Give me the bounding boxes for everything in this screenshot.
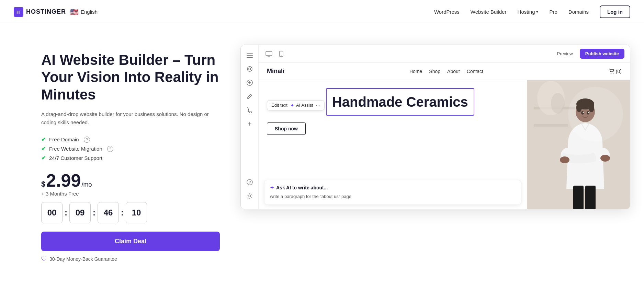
timer-seconds: 46: [98, 202, 119, 223]
svg-rect-17: [266, 51, 272, 56]
builder-topbar: Preview Publish website: [259, 45, 630, 63]
price-dollar: $: [41, 180, 45, 189]
svg-point-23: [613, 73, 613, 74]
right-content: ?: [240, 45, 630, 209]
svg-rect-4: [247, 57, 253, 58]
info-icon[interactable]: ?: [84, 137, 90, 143]
sidebar-plus-icon[interactable]: [244, 118, 256, 130]
sidebar-bottom: ?: [244, 176, 256, 205]
ai-panel-prompt[interactable]: write a paragraph for the "about us" pag…: [270, 193, 516, 200]
flag-icon: 🇺🇸: [70, 8, 79, 16]
price-bonus: + 3 Months Free: [41, 191, 220, 197]
feature-label: 24/7 Customer Support: [49, 155, 102, 161]
logo[interactable]: H HOSTINGER: [14, 7, 66, 17]
countdown-timer: 00 : 09 : 46 : 10: [41, 202, 220, 223]
hero-title: AI Website Builder – Turn Your Vision In…: [41, 51, 220, 103]
sidebar-cart-icon[interactable]: [244, 104, 256, 116]
header-left: H HOSTINGER 🇺🇸 English: [14, 7, 98, 17]
website-brand: Minali: [267, 68, 284, 75]
shop-now-button[interactable]: Shop now: [267, 122, 306, 135]
svg-point-33: [560, 156, 569, 163]
svg-point-34: [600, 155, 610, 162]
timer-separator: :: [65, 208, 67, 218]
price-amount: 2.99: [46, 172, 81, 189]
preview-button[interactable]: Preview: [557, 51, 573, 56]
language-selector[interactable]: 🇺🇸 English: [70, 8, 98, 16]
nav-item-pro[interactable]: Pro: [549, 9, 557, 15]
timer-minutes: 09: [69, 202, 91, 223]
builder-topbar-left: [264, 49, 286, 59]
svg-rect-2: [247, 53, 253, 54]
feature-label: Free Website Migration: [49, 146, 102, 152]
guarantee-badge: 🛡 30-Day Money-Back Guarantee: [41, 256, 220, 262]
svg-point-28: [551, 93, 565, 114]
ai-panel: ✦ Ask AI to write about... write a parag…: [264, 180, 521, 205]
desktop-icon[interactable]: [264, 49, 274, 59]
sidebar-edit-icon[interactable]: [244, 90, 256, 103]
publish-button[interactable]: Publish website: [580, 49, 624, 59]
website-image: [527, 80, 630, 209]
editing-area: Edit text ✦ AI Assist ··· Handmade Ceram…: [259, 80, 527, 209]
edit-toolbar: Edit text ✦ AI Assist ···: [267, 100, 325, 110]
main-nav: WordPress Website Builder Hosting ▾ Pro …: [434, 5, 630, 18]
edit-text-button[interactable]: Edit text: [271, 103, 287, 108]
ai-assist-button[interactable]: ✦ AI Assist: [290, 103, 313, 108]
logo-icon: H: [14, 7, 23, 17]
chevron-down-icon: ▾: [536, 10, 538, 14]
price-unit: /mo: [81, 181, 92, 188]
website-nav-home[interactable]: Home: [409, 69, 422, 74]
nav-item-domains[interactable]: Domains: [568, 9, 589, 15]
website-nav-shop[interactable]: Shop: [429, 69, 440, 74]
builder-main: Preview Publish website Minali Home Shop…: [259, 45, 630, 209]
shield-icon: 🛡: [41, 256, 47, 262]
sidebar-settings-icon[interactable]: [244, 190, 256, 202]
sparkle-icon: ✦: [290, 103, 294, 108]
builder-sidebar: ?: [241, 45, 259, 209]
check-icon: ✔: [41, 155, 46, 161]
ai-panel-title: ✦ Ask AI to write about...: [270, 185, 516, 190]
sparkle-icon: ✦: [270, 185, 274, 190]
language-label: English: [81, 9, 98, 15]
price-row: $ 2.99 /mo: [41, 172, 220, 189]
nav-item-wordpress[interactable]: WordPress: [434, 9, 460, 15]
svg-point-11: [251, 112, 252, 113]
website-nav-about[interactable]: About: [447, 69, 460, 74]
more-button[interactable]: ···: [316, 103, 320, 108]
nav-item-hosting[interactable]: Hosting ▾: [518, 9, 539, 15]
feature-free-domain: ✔ Free Domain ?: [41, 136, 220, 143]
svg-rect-26: [534, 124, 568, 127]
claim-deal-button[interactable]: Claim Deal: [41, 232, 220, 251]
nav-item-website-builder[interactable]: Website Builder: [471, 9, 507, 15]
sidebar-help-icon[interactable]: ?: [244, 176, 256, 188]
hero-subtitle: A drag-and-drop website builder for your…: [41, 110, 220, 127]
svg-text:?: ?: [249, 180, 251, 185]
login-button[interactable]: Log in: [600, 5, 630, 18]
info-icon[interactable]: ?: [107, 146, 113, 152]
sidebar-add-icon[interactable]: [244, 77, 256, 89]
svg-point-22: [611, 73, 611, 74]
website-nav: Home Shop About Contact: [409, 69, 483, 74]
mobile-icon[interactable]: [276, 49, 286, 59]
bg-decoration: [568, 87, 623, 142]
sidebar-menu-icon[interactable]: [244, 49, 256, 61]
website-content: Edit text ✦ AI Assist ··· Handmade Ceram…: [259, 80, 630, 209]
hosting-label: Hosting: [518, 9, 535, 15]
guarantee-label: 30-Day Money-Back Guarantee: [49, 256, 117, 262]
website-navbar: Minali Home Shop About Contact (0): [259, 63, 630, 80]
ai-assist-label: AI Assist: [296, 103, 313, 108]
cart-count: (0): [616, 69, 622, 74]
check-icon: ✔: [41, 145, 46, 152]
hero-text: Handmade Ceramics: [332, 94, 468, 110]
features-list: ✔ Free Domain ? ✔ Free Website Migration…: [41, 136, 220, 161]
feature-support: ✔ 24/7 Customer Support: [41, 155, 220, 161]
hero-text-box[interactable]: Handmade Ceramics: [326, 88, 474, 116]
feature-label: Free Domain: [49, 137, 79, 142]
header: H HOSTINGER 🇺🇸 English WordPress Website…: [0, 0, 644, 24]
main-content: AI Website Builder – Turn Your Vision In…: [0, 24, 644, 293]
sidebar-layers-icon[interactable]: [244, 63, 256, 75]
svg-rect-3: [247, 55, 253, 56]
left-content: AI Website Builder – Turn Your Vision In…: [41, 45, 220, 262]
website-cart[interactable]: (0): [608, 68, 622, 74]
website-nav-contact[interactable]: Contact: [467, 69, 483, 74]
timer-separator: :: [121, 208, 124, 218]
